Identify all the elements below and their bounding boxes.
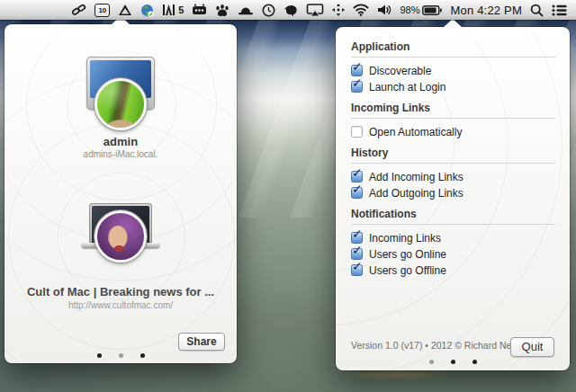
clock-icon[interactable]: [262, 4, 275, 17]
spotlight-search-icon[interactable]: [530, 4, 544, 17]
setting-row[interactable]: ✓ Add Incoming Links: [351, 170, 555, 183]
page-dot[interactable]: [119, 353, 123, 358]
page-dot[interactable]: [97, 353, 102, 358]
battery-icon: [422, 5, 442, 15]
checkbox[interactable]: ✓: [351, 264, 363, 276]
checkbox[interactable]: ✓: [351, 187, 363, 199]
check-icon: ✓: [352, 182, 363, 196]
user-hostname: admins-iMac.local.: [4, 149, 237, 159]
setting-row[interactable]: ✓ Incoming Links: [351, 231, 555, 245]
bowler-hat-icon[interactable]: [238, 4, 254, 16]
setting-label: Add Outgoing Links: [369, 187, 464, 200]
quit-button[interactable]: Quit: [510, 337, 554, 357]
menu-bar: 10 5: [0, 0, 576, 20]
google-drive-icon[interactable]: [118, 4, 132, 17]
check-icon: ✓: [352, 59, 363, 74]
setting-row[interactable]: ✓ Users go Offline: [351, 263, 555, 277]
section-notifications: Notifications ✓ Incoming Links ✓ Users g…: [351, 208, 555, 277]
page-indicator[interactable]: [4, 353, 237, 358]
setting-label: Launch at Login: [369, 81, 446, 94]
share-popover: admin admins-iMac.local. Cult of Mac | B…: [4, 24, 237, 363]
check-icon: ✓: [352, 259, 363, 273]
divider: [351, 163, 555, 164]
app-badge-count: 5: [178, 4, 184, 15]
checkbox[interactable]: ✓: [351, 81, 363, 93]
section-title: Application: [351, 40, 555, 53]
link-avatar: [94, 210, 147, 263]
page-indicator[interactable]: [336, 360, 570, 364]
evernote-icon[interactable]: [284, 4, 298, 17]
page-dot[interactable]: [429, 360, 434, 364]
section-title: Incoming Links: [351, 102, 555, 114]
section-application: Application ✓ Discoverable ✓ Launch at L…: [351, 40, 555, 94]
link-icon[interactable]: [71, 3, 86, 17]
setting-label: Users go Offline: [369, 264, 446, 277]
page-dot[interactable]: [472, 360, 477, 364]
battery-indicator[interactable]: 98%: [400, 4, 442, 15]
section-title: Notifications: [351, 208, 555, 220]
divider: [351, 224, 555, 225]
app-badge-icon[interactable]: 5: [162, 4, 184, 16]
check-icon: ✓: [352, 227, 363, 241]
moves-icon[interactable]: [332, 4, 345, 16]
globe-sync-icon[interactable]: [140, 4, 154, 17]
version-text: Version 1.0 (v17) • 2012 © Richard Nees: [351, 340, 521, 351]
setting-label: Discoverable: [369, 65, 431, 77]
robot-icon[interactable]: [192, 4, 207, 16]
page-dot[interactable]: [140, 353, 145, 358]
settings-popover: Application ✓ Discoverable ✓ Launch at L…: [336, 27, 570, 370]
setting-label: Open Automatically: [369, 126, 462, 138]
setting-row[interactable]: ✓ Launch at Login: [351, 80, 555, 94]
battery-percent: 98%: [400, 4, 419, 15]
calendar-day: 10: [94, 4, 110, 17]
divider: [351, 118, 555, 119]
page-dot[interactable]: [451, 360, 455, 364]
paw-icon[interactable]: [215, 4, 230, 17]
share-button[interactable]: Share: [178, 333, 225, 351]
link-url: http://www.cultofmac.com/: [4, 300, 237, 310]
setting-row[interactable]: ✓ Add Outgoing Links: [351, 186, 555, 200]
airplay-display-icon[interactable]: [306, 3, 324, 17]
user-avatar: [94, 78, 147, 130]
volume-icon[interactable]: [377, 4, 392, 16]
menu-clock[interactable]: Mon 4:22 PM: [450, 4, 522, 17]
settings-content: Application ✓ Discoverable ✓ Launch at L…: [336, 27, 570, 370]
divider: [351, 57, 555, 58]
setting-label: Users go Online: [369, 248, 446, 261]
checkbox[interactable]: ✓: [351, 126, 363, 138]
setting-row[interactable]: ✓ Open Automatically: [351, 125, 555, 138]
section-title: History: [351, 147, 555, 159]
setting-row[interactable]: ✓ Users go Online: [351, 247, 555, 261]
desktop: 10 5: [0, 0, 576, 392]
check-icon: ✓: [352, 243, 363, 257]
check-icon: ✓: [352, 165, 363, 180]
setting-label: Incoming Links: [369, 232, 441, 245]
calendar-icon[interactable]: 10: [94, 4, 110, 17]
link-title: Cult of Mac | Breaking news for ...: [14, 285, 228, 298]
notification-center-icon[interactable]: [552, 4, 567, 16]
check-icon: ✓: [352, 76, 363, 90]
section-history: History ✓ Add Incoming Links ✓ Add Outgo…: [351, 147, 555, 200]
setting-label: Add Incoming Links: [369, 171, 464, 183]
section-incoming-links: Incoming Links ✓ Open Automatically: [351, 102, 555, 138]
user-name: admin: [4, 135, 237, 148]
popover-arrow: [444, 19, 462, 27]
setting-row[interactable]: ✓ Discoverable: [351, 64, 555, 77]
wifi-icon[interactable]: [353, 4, 369, 16]
